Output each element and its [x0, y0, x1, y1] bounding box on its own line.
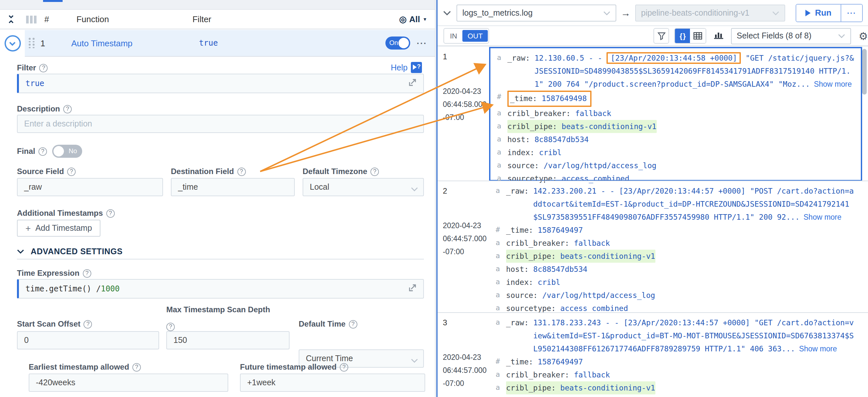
field-line: ahost:8c88547db534	[497, 133, 856, 146]
drag-handle[interactable]	[29, 38, 35, 48]
help-circle-icon[interactable]: ?	[38, 147, 47, 156]
string-type-icon: a	[496, 263, 506, 276]
help-circle-icon[interactable]: ?	[106, 209, 115, 218]
help-circle-icon[interactable]: ?	[370, 167, 379, 176]
tab-out[interactable]: OUT	[462, 30, 488, 42]
json-view-button[interactable]: { }	[675, 29, 690, 43]
filter-expression-input[interactable]: true	[17, 74, 424, 93]
default-timezone-select[interactable]: Local	[303, 178, 424, 196]
function-enabled-toggle[interactable]: On	[385, 36, 410, 49]
preview-settings-button[interactable]: ⚙	[859, 30, 868, 42]
table-view-button[interactable]	[690, 29, 705, 43]
event-number: 2	[443, 185, 487, 198]
max-scan-depth-input[interactable]: 150	[166, 331, 289, 350]
funnel-icon	[657, 32, 665, 40]
chevron-down-icon[interactable]	[443, 7, 451, 19]
help-circle-icon[interactable]: ?	[67, 167, 76, 176]
max-scan-depth-label: Max Timestamp Scan Depth	[166, 305, 270, 314]
final-label: Final?	[17, 147, 47, 156]
function-filter-value: true	[199, 38, 218, 47]
time-expression-input[interactable]: time.getTime() / 1000	[17, 279, 424, 299]
columns-icon[interactable]	[26, 15, 36, 23]
show-more-link[interactable]: Show more	[803, 213, 841, 221]
run-menu-button[interactable]: ···	[841, 4, 862, 21]
help-circle-icon[interactable]: ?	[83, 269, 91, 277]
event-number: 3	[443, 316, 487, 329]
event-time: 06:44:57.000	[443, 232, 487, 245]
field-name: cribl_pipe:	[507, 120, 557, 133]
help-circle-icon[interactable]: ?	[39, 64, 48, 72]
preview-header: logs_to_metrics.log → pipeline-beats-con…	[438, 0, 868, 26]
filter-events-button[interactable]	[653, 28, 669, 44]
future-timestamp-label: Future timestamp allowed?	[240, 362, 348, 371]
add-timestamp-button[interactable]: + Add Timestamp	[17, 220, 100, 237]
filter-label: Filter?	[17, 63, 48, 72]
number-type-icon: #	[496, 355, 506, 368]
additional-timestamps-label: Additional Timestamps?	[17, 209, 115, 218]
field-line: asource:/var/log/httpd/access_log	[496, 289, 857, 302]
run-button[interactable]: Run	[796, 4, 841, 21]
help-circle-icon[interactable]: ?	[132, 363, 141, 371]
field-line: acribl_breaker:fallback	[496, 368, 857, 382]
tab-in[interactable]: IN	[445, 32, 462, 40]
string-type-icon: a	[497, 133, 507, 146]
collapse-function-icon[interactable]	[4, 35, 21, 52]
function-view-filter[interactable]: ◎ All ▼	[399, 14, 427, 24]
event-timezone: -07:00	[443, 245, 487, 258]
help-circle-icon[interactable]: ?	[63, 105, 72, 113]
time-expression-literal: 1000	[101, 284, 120, 293]
help-doc-icon: ?	[411, 62, 422, 73]
help-circle-icon[interactable]: ?	[166, 322, 175, 331]
active-tab-indicator	[43, 0, 63, 2]
destination-field-input[interactable]: _time	[171, 178, 295, 196]
event-row[interactable]: 32020-04-2306:44:57.000-07:00a_raw:131.1…	[438, 313, 868, 397]
column-filter: Filter	[192, 14, 211, 24]
expand-expression-icon[interactable]	[408, 284, 417, 294]
event-row[interactable]: 22020-04-2306:44:57.000-07:00a_raw:142.2…	[438, 181, 868, 312]
start-scan-offset-input[interactable]: 0	[17, 331, 159, 350]
help-link[interactable]: Help ?	[391, 62, 422, 73]
sample-file-select[interactable]: logs_to_metrics.log	[457, 4, 616, 21]
help-circle-icon[interactable]: ?	[349, 320, 358, 328]
collapse-all-icon[interactable]	[8, 14, 14, 24]
field-name: _raw:	[507, 52, 530, 65]
preview-toolbar: IN OUT { } Select Fields (8 of 8) ⚙	[438, 26, 868, 46]
scrollbar-thumb[interactable]	[862, 49, 867, 95]
pipeline-select[interactable]: pipeline-beats-conditioning-v1	[635, 4, 785, 21]
event-row[interactable]: 12020-04-2306:44:58.000-07:00a_raw:12.13…	[438, 47, 868, 181]
destination-field-label: Destination Field?	[171, 167, 246, 176]
help-circle-icon[interactable]: ?	[237, 167, 246, 176]
chart-view-button[interactable]	[713, 30, 723, 42]
field-line: ahost:8c88547db534	[496, 263, 857, 276]
show-more-link[interactable]: Show more	[799, 345, 837, 353]
help-circle-icon[interactable]: ?	[84, 320, 92, 328]
help-circle-icon[interactable]: ?	[340, 363, 348, 371]
event-time: 06:44:58.000	[443, 98, 487, 111]
final-toggle[interactable]: No	[52, 145, 82, 158]
event-gutter: 22020-04-2306:44:57.000-07:00	[443, 181, 487, 258]
event-number: 1	[443, 50, 487, 63]
field-raw: a_raw:142.233.200.21 - - [23/Apr/2020:13…	[496, 185, 857, 224]
default-timezone-label: Default Timezone?	[303, 167, 379, 176]
expand-expression-icon[interactable]	[408, 78, 417, 89]
function-name-link[interactable]: Auto Timestamp	[71, 38, 132, 48]
field-value: beats-conditioning-v1	[560, 250, 655, 263]
show-more-link[interactable]: Show more	[814, 80, 852, 88]
field-wrap: host:8c88547db534	[506, 263, 587, 276]
advanced-settings-toggle[interactable]: ADVANCED SETTINGS	[17, 247, 123, 256]
description-input[interactable]: Enter a description	[17, 115, 424, 133]
select-fields-dropdown[interactable]: Select Fields (8 of 8)	[731, 28, 851, 44]
event-separator	[438, 312, 868, 313]
future-timestamp-input[interactable]: +1week	[240, 373, 425, 392]
string-type-icon: a	[496, 276, 506, 289]
source-field-input[interactable]: _raw	[17, 178, 163, 196]
target-icon: ◎	[399, 14, 407, 24]
field-time: #_time:1587649498	[497, 91, 856, 107]
field-wrap: host:8c88547db534	[507, 133, 589, 146]
earliest-timestamp-input[interactable]: -420weeks	[29, 373, 228, 392]
field-raw-value: 12.130.60.5 - - [23/Apr/2020:13:44:58 +0…	[534, 52, 856, 91]
function-row-menu[interactable]: ···	[417, 38, 427, 48]
column-function: Function	[76, 14, 109, 24]
field-line: asource:/var/log/httpd/access_log	[497, 159, 856, 172]
function-row[interactable]: 1 Auto Timestamp true On ···	[0, 30, 435, 57]
